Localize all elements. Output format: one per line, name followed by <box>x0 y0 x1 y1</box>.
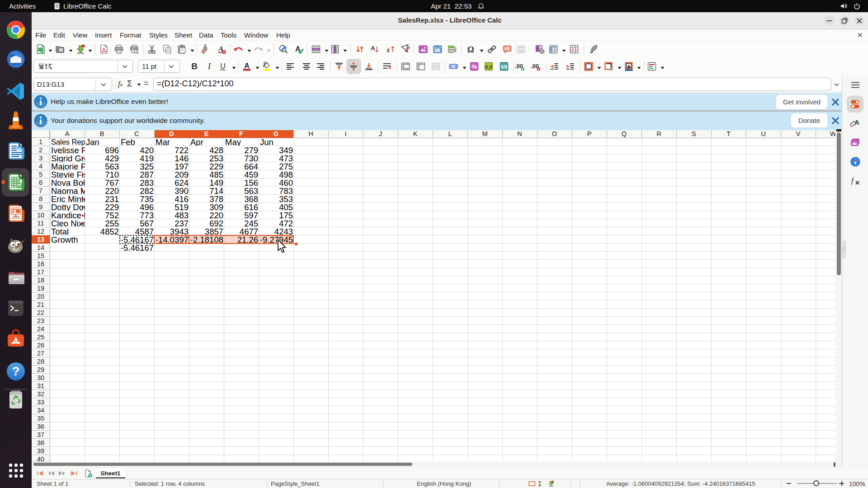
svg-text:B: B <box>191 61 198 71</box>
svg-text:?: ? <box>12 365 20 378</box>
svg-text:A: A <box>295 45 301 53</box>
svg-text:A: A <box>244 62 250 70</box>
svg-text:Ω: Ω <box>467 45 474 54</box>
svg-text:15: 15 <box>501 64 507 70</box>
svg-text:A: A <box>371 45 375 52</box>
svg-text:I: I <box>208 61 212 71</box>
svg-text:%: % <box>472 63 477 70</box>
svg-text:f: f <box>851 176 854 185</box>
svg-text:z: z <box>387 47 390 53</box>
svg-text:U: U <box>220 62 226 70</box>
svg-text:0,0: 0,0 <box>485 64 492 70</box>
